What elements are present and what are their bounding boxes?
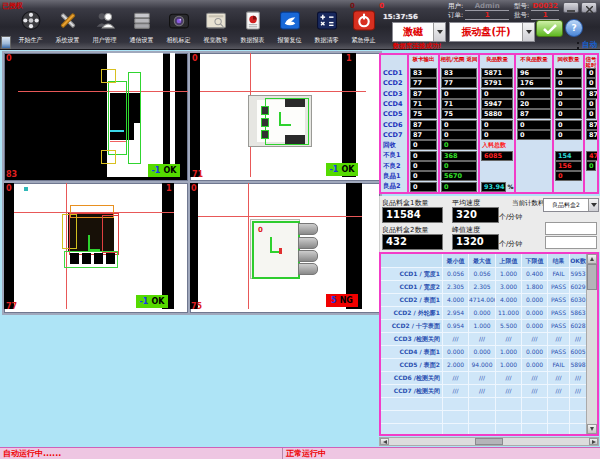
stats-cell: 0	[409, 161, 438, 171]
scroll-up-icon[interactable]	[587, 254, 597, 264]
stats-column-header: 不良品数量	[516, 55, 552, 68]
stats-cell: 0	[440, 182, 478, 192]
monitor-magnifier-icon	[204, 10, 228, 35]
vibration-dropdown[interactable]: 振动盘(开)	[449, 22, 535, 42]
excite-dropdown[interactable]: 激磁	[392, 22, 446, 42]
stats-cell: 0	[480, 120, 514, 130]
auto-mode-text: 自动	[582, 40, 597, 50]
cam2-result-badge: -1 OK	[326, 163, 358, 176]
cam2-counter: 71	[192, 171, 203, 179]
stats-cell	[585, 140, 597, 150]
stats-cell: 0	[516, 89, 552, 99]
server-icon	[130, 10, 154, 35]
chevron-down-icon[interactable]	[433, 23, 445, 41]
window-close-button[interactable]	[581, 2, 597, 13]
scrollbar-thumb[interactable]	[475, 438, 503, 445]
results-cell: ///	[469, 385, 495, 397]
current-box-dropdown[interactable]: 良品料盒2	[543, 198, 599, 212]
blank-field-2[interactable]	[545, 236, 597, 249]
stats-value-box: 0	[517, 89, 551, 99]
results-cell	[548, 411, 569, 423]
estop-counter-right: 0	[379, 2, 384, 10]
alarm-reset-button[interactable]: 报警复位	[271, 10, 308, 48]
stats-cell: 96	[516, 68, 552, 78]
emergency-stop-button[interactable]: 紧急停止	[345, 10, 382, 48]
stats-value-box: 0	[586, 99, 596, 109]
results-column-header: 最大值	[469, 254, 495, 267]
comm-settings-button[interactable]: 通信设置	[123, 10, 160, 48]
stats-cell	[585, 182, 597, 192]
camera-view-2: 0 1 71 -1 OK	[188, 51, 382, 183]
chevron-down-icon[interactable]	[588, 199, 598, 211]
order-field: 订单: 1	[448, 11, 509, 20]
results-row-label: CCD1 / 宽度1	[381, 268, 442, 280]
results-cell: PASS	[548, 346, 569, 358]
stats-cell: 71	[409, 99, 438, 109]
results-cell: 4714.000	[469, 294, 495, 306]
horizontal-scrollbar[interactable]	[379, 437, 599, 446]
data-clear-button[interactable]: 数据清零	[308, 10, 345, 48]
stats-row-label: CCD1	[381, 68, 407, 78]
stats-row-label: CCD7	[381, 130, 407, 140]
order-label: 订单:	[448, 11, 463, 20]
results-cell	[496, 411, 521, 423]
results-column-header: 最小值	[443, 254, 468, 267]
window-minimize-button[interactable]	[563, 2, 579, 13]
user-management-button[interactable]: 用户管理	[86, 10, 123, 48]
chevron-down-icon[interactable]	[522, 23, 534, 41]
results-cell	[570, 424, 586, 434]
stats-cell: 0	[554, 120, 583, 130]
blank-field-1[interactable]	[545, 222, 597, 235]
status-left: 自动运行中......	[0, 448, 283, 459]
stats-cell: 77	[409, 78, 438, 88]
scrollbar-thumb[interactable]	[587, 264, 597, 290]
scroll-down-icon[interactable]	[587, 424, 597, 434]
results-cell: 0.400	[522, 268, 547, 280]
results-cell: 0.056	[469, 268, 495, 280]
toolbar: 已授权 开始生产 系统设置 用户管理 通信设置 相机标定 视觉教导 数据报	[0, 0, 600, 50]
stats-value-box: 5670	[441, 171, 477, 181]
scroll-left-icon[interactable]	[380, 438, 389, 445]
stats-cell: 0	[409, 151, 438, 161]
peak-speed-value: 1320	[452, 234, 499, 250]
results-row-label	[381, 424, 442, 434]
cam3-flag: 1	[166, 185, 172, 193]
confirm-button[interactable]	[536, 20, 563, 37]
stats-cell: 87	[409, 130, 438, 140]
camera-calibration-button[interactable]: 相机标定	[160, 10, 197, 48]
alarm-reset-icon	[278, 10, 302, 35]
stats-value-box: 0	[555, 89, 582, 99]
users-icon	[93, 10, 117, 35]
stats-value-box: 75	[410, 109, 437, 119]
stats-cell: 71	[440, 99, 478, 109]
stats-cell: 0	[516, 130, 552, 140]
stats-cell: 0	[585, 99, 597, 109]
stats-cell	[554, 140, 583, 150]
stats-value-box: 0	[410, 151, 437, 161]
vertical-scrollbar[interactable]	[586, 254, 597, 434]
results-cell: ///	[570, 385, 586, 397]
help-button[interactable]: ?	[565, 19, 583, 37]
stats-value-box: 0	[517, 120, 551, 130]
scroll-right-icon[interactable]	[589, 438, 598, 445]
stats-cell: 0	[440, 120, 478, 130]
system-settings-button[interactable]: 系统设置	[49, 10, 86, 48]
stats-value-box: 87	[410, 120, 437, 130]
stats-cell	[516, 171, 552, 181]
stats-value-box: 0	[441, 130, 477, 140]
data-report-button[interactable]: 数据报表	[234, 10, 271, 48]
stats-value-box: 0	[555, 171, 582, 181]
start-production-button[interactable]: 开始生产	[12, 10, 49, 48]
results-cell: 3.000	[496, 281, 521, 293]
results-cell: ///	[522, 333, 547, 345]
status-right: 正常运行中	[283, 448, 600, 459]
stats-cell: 0	[554, 78, 583, 88]
stats-cell: 20	[516, 99, 552, 109]
stats-cell: 0	[585, 68, 597, 78]
stats-value-box: 0	[481, 89, 513, 99]
stats-value-box: 0	[586, 109, 596, 119]
vision-teach-button[interactable]: 视觉教导	[197, 10, 234, 48]
stats-value-box: 96	[517, 68, 551, 78]
results-cell: 5953	[570, 268, 586, 280]
box1-count-value: 11584	[382, 207, 443, 223]
